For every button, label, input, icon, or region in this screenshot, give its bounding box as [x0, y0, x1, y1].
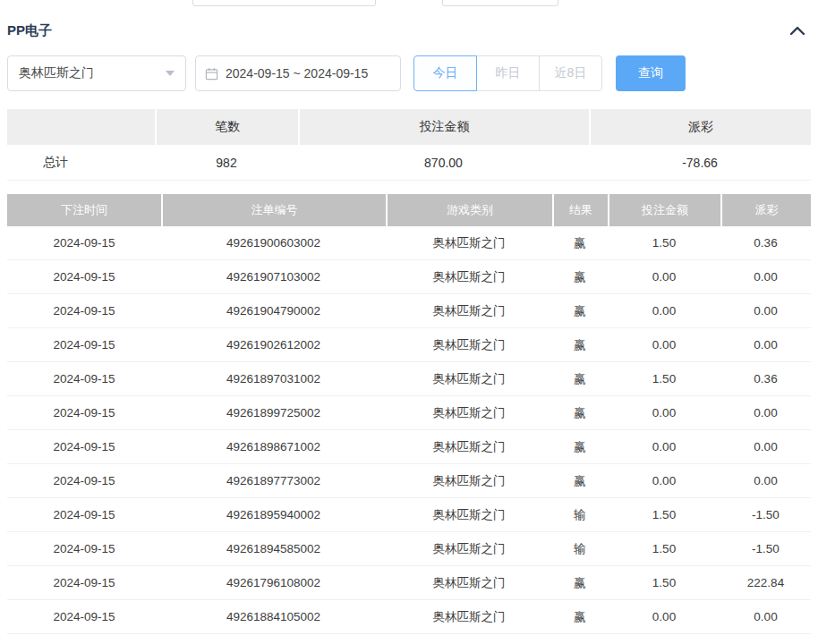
cell-bet-amount: 0.00	[608, 328, 720, 362]
cell-order-number: 49261899725002	[161, 396, 386, 430]
table-row: 2024-09-15 49261902612002 奥林匹斯之门 赢 0.00 …	[7, 328, 811, 362]
cell-result: 输	[552, 532, 608, 566]
quick-button-yesterday[interactable]: 昨日	[476, 55, 540, 91]
cell-order-number: 49261895940002	[161, 498, 386, 532]
bet-table-body: 2024-09-15 49261900603002 奥林匹斯之门 赢 1.50 …	[7, 226, 811, 634]
summary-header-count: 笔数	[155, 109, 298, 145]
table-row: 2024-09-15 49261900603002 奥林匹斯之门 赢 1.50 …	[7, 226, 811, 260]
cell-bet-time: 2024-09-15	[7, 396, 161, 430]
cell-payout: 0.00	[720, 328, 811, 362]
table-row: 2024-09-15 49261897031002 奥林匹斯之门 赢 1.50 …	[7, 362, 811, 396]
cell-order-number: 49261902612002	[161, 328, 386, 362]
bet-table-header-row: 下注时间 注单编号 游戏类别 结果 投注金额 派彩	[7, 194, 811, 226]
cell-bet-amount: 0.00	[608, 464, 720, 498]
header-result: 结果	[552, 194, 608, 226]
cell-payout: 0.00	[720, 260, 811, 294]
summary-header-payout: 派彩	[589, 109, 811, 145]
summary-total-count: 982	[155, 145, 298, 181]
cell-payout: 0.00	[720, 396, 811, 430]
table-row: 2024-09-15 49261899725002 奥林匹斯之门 赢 0.00 …	[7, 396, 811, 430]
cell-payout: -1.50	[720, 532, 811, 566]
summary-total-label: 总计	[7, 145, 155, 181]
cell-game-type: 奥林匹斯之门	[386, 328, 552, 362]
cell-payout: -1.50	[720, 498, 811, 532]
cell-bet-amount: 0.00	[608, 260, 720, 294]
summary-header-blank	[7, 109, 155, 145]
header-bet-time: 下注时间	[7, 194, 161, 226]
cell-bet-time: 2024-09-15	[7, 328, 161, 362]
date-range-value: 2024-09-15 ~ 2024-09-15	[226, 66, 368, 80]
summary-table: 笔数 投注金额 派彩 总计 982 870.00 -78.66	[7, 109, 811, 181]
cell-bet-time: 2024-09-15	[7, 362, 161, 396]
cell-payout: 0.00	[720, 464, 811, 498]
cell-bet-amount: 1.50	[608, 362, 720, 396]
cell-bet-amount: 1.50	[608, 566, 720, 600]
quick-button-today[interactable]: 今日	[413, 55, 477, 91]
cell-order-number: 49261898671002	[161, 430, 386, 464]
cell-bet-amount: 0.00	[608, 294, 720, 328]
query-button[interactable]: 查询	[616, 55, 686, 91]
table-row: 2024-09-15 49261898671002 奥林匹斯之门 赢 0.00 …	[7, 430, 811, 464]
cell-game-type: 奥林匹斯之门	[386, 294, 552, 328]
table-row: 2024-09-15 49261904790002 奥林匹斯之门 赢 0.00 …	[7, 294, 811, 328]
cutoff-top-element-right	[442, 0, 558, 6]
cutoff-top-element-left	[192, 0, 376, 6]
header-payout: 派彩	[720, 194, 811, 226]
cell-order-number: 49261897031002	[161, 362, 386, 396]
collapse-chevron-up-icon[interactable]	[788, 21, 807, 39]
cell-bet-time: 2024-09-15	[7, 532, 161, 566]
cell-bet-time: 2024-09-15	[7, 430, 161, 464]
cell-bet-amount: 1.50	[608, 498, 720, 532]
table-row: 2024-09-15 49261894585002 奥林匹斯之门 输 1.50 …	[7, 532, 811, 566]
cell-payout: 0.00	[720, 600, 811, 634]
quick-button-last-8-days[interactable]: 近8日	[539, 55, 602, 91]
cell-bet-time: 2024-09-15	[7, 600, 161, 634]
cell-bet-amount: 0.00	[608, 430, 720, 464]
cell-game-type: 奥林匹斯之门	[386, 464, 552, 498]
panel-title: PP电子	[7, 22, 52, 39]
cell-bet-time: 2024-09-15	[7, 294, 161, 328]
cell-bet-time: 2024-09-15	[7, 464, 161, 498]
cell-result: 赢	[552, 226, 608, 260]
cell-game-type: 奥林匹斯之门	[386, 226, 552, 260]
game-select[interactable]: 奥林匹斯之门	[7, 55, 186, 91]
cell-game-type: 奥林匹斯之门	[386, 532, 552, 566]
summary-header-bet-amount: 投注金额	[298, 109, 589, 145]
cell-bet-time: 2024-09-15	[7, 566, 161, 600]
cell-result: 赢	[552, 396, 608, 430]
date-range-input[interactable]: 2024-09-15 ~ 2024-09-15	[195, 55, 401, 91]
summary-total-row: 总计 982 870.00 -78.66	[7, 145, 811, 181]
cell-order-number: 49261900603002	[161, 226, 386, 260]
cell-game-type: 奥林匹斯之门	[386, 566, 552, 600]
cell-bet-amount: 1.50	[608, 532, 720, 566]
cell-payout: 0.36	[720, 226, 811, 260]
cell-order-number: 49261904790002	[161, 294, 386, 328]
game-select-value: 奥林匹斯之门	[19, 65, 94, 81]
cell-bet-time: 2024-09-15	[7, 226, 161, 260]
cell-game-type: 奥林匹斯之门	[386, 362, 552, 396]
cell-payout: 0.00	[720, 430, 811, 464]
cell-result: 赢	[552, 362, 608, 396]
pp-electronic-panel: PP电子 奥林匹斯之门 2024-09-15 ~ 2024-09-15	[0, 0, 818, 634]
cell-bet-time: 2024-09-15	[7, 498, 161, 532]
panel-header: PP电子	[7, 0, 811, 39]
cell-bet-amount: 0.00	[608, 396, 720, 430]
header-game-type: 游戏类别	[386, 194, 552, 226]
cell-game-type: 奥林匹斯之门	[386, 260, 552, 294]
table-row: 2024-09-15 49261884105002 奥林匹斯之门 赢 0.00 …	[7, 600, 811, 634]
chevron-down-icon	[166, 71, 175, 76]
table-row: 2024-09-15 49261907103002 奥林匹斯之门 赢 0.00 …	[7, 260, 811, 294]
summary-total-bet-amount: 870.00	[298, 145, 589, 181]
table-row: 2024-09-15 49261895940002 奥林匹斯之门 输 1.50 …	[7, 498, 811, 532]
cell-game-type: 奥林匹斯之门	[386, 498, 552, 532]
header-order-number: 注单编号	[161, 194, 386, 226]
cell-payout: 222.84	[720, 566, 811, 600]
cell-result: 赢	[552, 600, 608, 634]
cell-order-number: 49261897773002	[161, 464, 386, 498]
cell-result: 赢	[552, 260, 608, 294]
summary-header-row: 笔数 投注金额 派彩	[7, 109, 811, 145]
cell-result: 赢	[552, 294, 608, 328]
cell-result: 赢	[552, 430, 608, 464]
filter-bar: 奥林匹斯之门 2024-09-15 ~ 2024-09-15 今日 昨日 近8日…	[7, 55, 811, 91]
cell-order-number: 49261907103002	[161, 260, 386, 294]
